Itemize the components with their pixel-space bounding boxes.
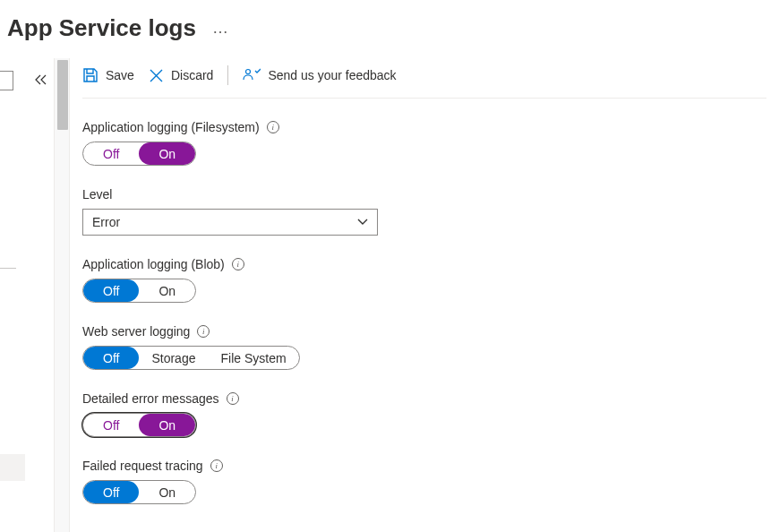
web-server-off[interactable]: Off [83, 347, 139, 369]
detailed-errors-off[interactable]: Off [83, 414, 139, 436]
toolbar: Save Discard Send us your feedback [82, 58, 766, 99]
discard-button[interactable]: Discard [149, 68, 213, 83]
failed-request-on[interactable]: On [139, 481, 195, 503]
app-logging-fs-label: Application logging (Filesystem) [82, 120, 260, 134]
rail-active-item[interactable] [0, 454, 25, 481]
app-logging-fs-on[interactable]: On [139, 142, 195, 165]
svg-point-0 [246, 69, 251, 73]
feedback-icon [243, 68, 261, 83]
level-label: Level [82, 187, 112, 202]
info-icon[interactable]: i [210, 459, 223, 472]
web-server-logging-toggle[interactable]: Off Storage File System [82, 346, 300, 370]
app-logging-blob-on[interactable]: On [139, 279, 195, 302]
app-logging-blob-label: Application logging (Blob) [82, 257, 225, 271]
close-icon [149, 68, 164, 83]
discard-label: Discard [171, 68, 213, 82]
web-server-logging-label: Web server logging [82, 324, 190, 339]
app-logging-fs-off[interactable]: Off [83, 142, 139, 165]
more-actions-button[interactable]: … [212, 19, 229, 38]
failed-request-toggle[interactable]: Off On [82, 480, 196, 504]
feedback-button[interactable]: Send us your feedback [243, 68, 396, 83]
level-value: Error [92, 215, 120, 229]
detailed-errors-label: Detailed error messages [82, 391, 219, 406]
scrollbar-thumb[interactable] [57, 60, 68, 130]
failed-request-label: Failed request tracing [82, 459, 203, 473]
save-button[interactable]: Save [82, 67, 134, 83]
info-icon[interactable]: i [197, 325, 210, 338]
collapse-rail-button[interactable] [34, 73, 48, 89]
rail-box [0, 71, 13, 90]
info-icon[interactable]: i [267, 121, 279, 133]
failed-request-off[interactable]: Off [83, 481, 139, 503]
info-icon[interactable]: i [232, 258, 244, 270]
web-server-filesystem[interactable]: File System [208, 347, 298, 369]
left-rail [0, 58, 54, 532]
detailed-errors-on[interactable]: On [139, 414, 195, 436]
save-icon [82, 67, 98, 83]
app-logging-blob-off[interactable]: Off [83, 279, 139, 302]
info-icon[interactable]: i [227, 392, 239, 405]
level-select[interactable]: Error [82, 209, 378, 236]
rail-divider [0, 268, 16, 269]
page-title: App Service logs [7, 14, 196, 42]
app-logging-fs-toggle[interactable]: Off On [82, 142, 196, 166]
feedback-label: Send us your feedback [268, 68, 396, 82]
save-label: Save [106, 68, 134, 82]
scrollbar[interactable] [54, 58, 70, 532]
detailed-errors-toggle[interactable]: Off On [82, 413, 196, 437]
toolbar-divider [227, 65, 228, 85]
web-server-storage[interactable]: Storage [139, 347, 208, 369]
app-logging-blob-toggle[interactable]: Off On [82, 279, 196, 303]
